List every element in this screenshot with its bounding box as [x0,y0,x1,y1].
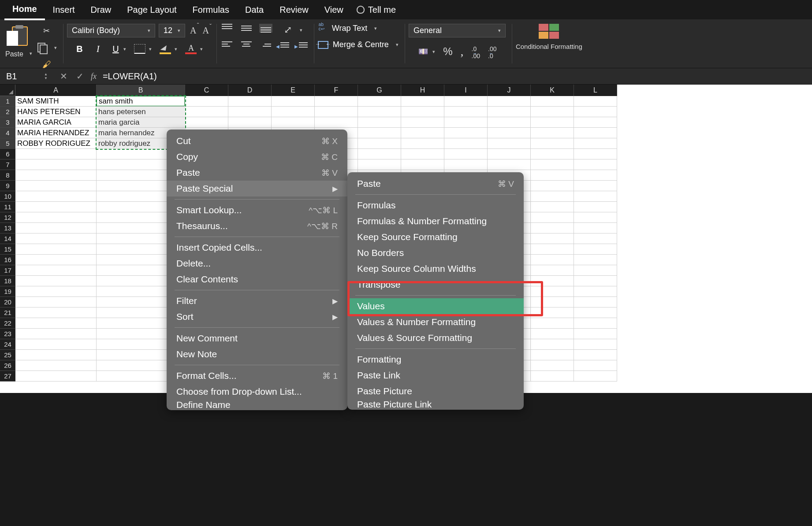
row-header-6[interactable]: 6 [0,149,15,159]
cell-A18[interactable] [15,276,97,286]
chevron-down-icon[interactable]: ▾ [123,46,126,52]
cell-I5[interactable] [444,138,488,149]
cell-B2[interactable]: hans petersen [97,107,185,117]
cancel-icon[interactable]: ✕ [60,71,67,81]
enter-icon[interactable]: ✓ [76,71,84,81]
cell-G6[interactable] [358,149,401,159]
chevron-down-icon[interactable]: ▾ [175,46,177,52]
cell-L17[interactable] [574,265,617,276]
cell-G5[interactable] [358,138,401,149]
row-header-11[interactable]: 11 [0,202,15,212]
merge-centre-button[interactable]: Merge & Centre ▾ [318,40,399,49]
row-header-9[interactable]: 9 [0,181,15,191]
row-header-3[interactable]: 3 [0,117,15,128]
tab-insert[interactable]: Insert [45,0,83,19]
sub-paste-link[interactable]: Paste Link [347,367,524,383]
row-header-24[interactable]: 24 [0,339,15,350]
tab-draw[interactable]: Draw [83,0,119,19]
row-header-19[interactable]: 19 [0,286,15,297]
chevron-down-icon[interactable]: ▾ [30,51,32,56]
font-size-dropdown[interactable]: 12▾ [159,24,185,37]
cell-K16[interactable] [531,255,574,265]
cell-H1[interactable] [401,96,444,107]
accounting-format-button[interactable] [417,46,429,57]
chevron-down-icon[interactable]: ▾ [300,27,302,33]
font-name-dropdown[interactable]: Calibri (Body)▾ [67,24,155,37]
align-middle-button[interactable] [240,24,253,33]
tab-data[interactable]: Data [237,0,272,19]
cell-G7[interactable] [358,159,401,170]
row-header-15[interactable]: 15 [0,244,15,255]
cut-icon[interactable] [41,26,52,36]
col-header-F[interactable]: F [315,85,358,96]
comma-format-button[interactable]: , [461,49,464,54]
col-header-H[interactable]: H [401,85,444,96]
cell-I4[interactable] [444,128,488,138]
cell-L24[interactable] [574,339,617,350]
cell-K11[interactable] [531,202,574,212]
cell-A24[interactable] [15,339,97,350]
cell-K18[interactable] [531,276,574,286]
cell-A2[interactable]: HANS PETERSEN [15,107,97,117]
cell-K7[interactable] [531,159,574,170]
cell-A20[interactable] [15,297,97,307]
cell-E1[interactable] [272,96,315,107]
col-header-J[interactable]: J [488,85,531,96]
cell-L9[interactable] [574,181,617,191]
cell-H5[interactable] [401,138,444,149]
cell-K17[interactable] [531,265,574,276]
cell-A11[interactable] [15,202,97,212]
ctx-sort[interactable]: Sort▶ [167,309,347,325]
ctx-thesaurus[interactable]: Thesaurus...^⌥⌘ R [167,218,347,234]
row-header-23[interactable]: 23 [0,329,15,339]
cell-K6[interactable] [531,149,574,159]
align-center-button[interactable] [240,40,253,48]
percent-format-button[interactable]: % [443,45,452,58]
col-header-E[interactable]: E [272,85,315,96]
cell-A14[interactable] [15,233,97,244]
cell-J2[interactable] [488,107,531,117]
number-format-dropdown[interactable]: General▾ [409,24,506,37]
cell-K14[interactable] [531,233,574,244]
align-bottom-button[interactable] [259,24,272,33]
cell-L6[interactable] [574,149,617,159]
sub-keep-source-format[interactable]: Keep Source Formatting [347,229,524,245]
cell-K2[interactable] [531,107,574,117]
cell-L7[interactable] [574,159,617,170]
row-header-17[interactable]: 17 [0,265,15,276]
col-header-C[interactable]: C [185,85,228,96]
row-header-14[interactable]: 14 [0,233,15,244]
ctx-cut[interactable]: Cut⌘ X [167,133,347,149]
cell-K1[interactable] [531,96,574,107]
sub-formatting[interactable]: Formatting [347,352,524,367]
cell-C1[interactable] [185,96,228,107]
bold-button[interactable]: B [74,44,85,54]
select-all-corner[interactable] [0,85,15,96]
cell-K12[interactable] [531,212,574,223]
cell-E2[interactable] [272,107,315,117]
cell-A25[interactable] [15,350,97,360]
sub-no-borders[interactable]: No Borders [347,245,524,261]
row-header-2[interactable]: 2 [0,107,15,117]
ctx-clear-contents[interactable]: Clear Contents [167,271,347,287]
cell-J1[interactable] [488,96,531,107]
sub-values-source-format[interactable]: Values & Source Formatting [347,330,524,346]
cell-K19[interactable] [531,286,574,297]
cell-A5[interactable]: ROBBY RODRIGUEZ [15,138,97,149]
row-header-26[interactable]: 26 [0,360,15,371]
row-header-12[interactable]: 12 [0,212,15,223]
cell-B1[interactable]: sam smith [97,96,185,107]
row-header-13[interactable]: 13 [0,223,15,233]
cell-K13[interactable] [531,223,574,233]
cell-A7[interactable] [15,159,97,170]
cell-I7[interactable] [444,159,488,170]
cell-C2[interactable] [185,107,228,117]
ctx-paste-special[interactable]: Paste Special▶ [167,181,347,196]
cell-L14[interactable] [574,233,617,244]
sub-formulas[interactable]: Formulas [347,197,524,213]
cell-L18[interactable] [574,276,617,286]
cell-E3[interactable] [272,117,315,128]
cell-L5[interactable] [574,138,617,149]
cell-A15[interactable] [15,244,97,255]
cell-H2[interactable] [401,107,444,117]
